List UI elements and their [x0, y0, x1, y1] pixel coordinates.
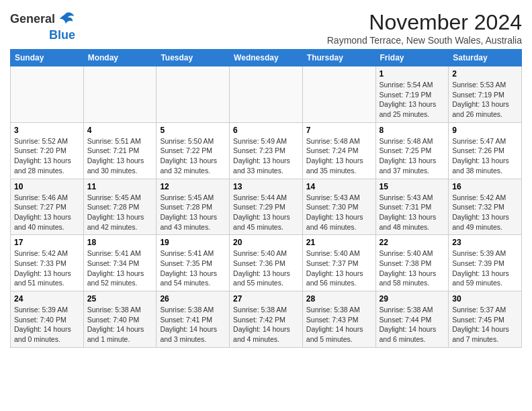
day-number: 16 [452, 182, 518, 191]
empty-cell [230, 66, 303, 123]
day-number: 8 [380, 126, 445, 135]
day-cell-23: 23Sunrise: 5:39 AM Sunset: 7:39 PM Dayli… [449, 235, 522, 291]
day-number: 5 [160, 126, 226, 135]
day-cell-8: 8Sunrise: 5:48 AM Sunset: 7:25 PM Daylig… [375, 122, 449, 179]
weekday-header-friday: Friday [375, 50, 449, 66]
day-detail: Sunrise: 5:53 AM Sunset: 7:19 PM Dayligh… [452, 81, 509, 118]
day-number: 21 [306, 238, 372, 247]
day-cell-16: 16Sunrise: 5:42 AM Sunset: 7:32 PM Dayli… [449, 179, 522, 235]
day-number: 14 [306, 182, 372, 191]
day-detail: Sunrise: 5:43 AM Sunset: 7:30 PM Dayligh… [306, 193, 363, 231]
day-cell-4: 4Sunrise: 5:51 AM Sunset: 7:21 PM Daylig… [83, 122, 157, 179]
day-detail: Sunrise: 5:38 AM Sunset: 7:43 PM Dayligh… [306, 306, 363, 343]
weekday-header-thursday: Thursday [302, 50, 375, 66]
day-detail: Sunrise: 5:44 AM Sunset: 7:29 PM Dayligh… [233, 193, 290, 231]
day-cell-20: 20Sunrise: 5:40 AM Sunset: 7:36 PM Dayli… [230, 235, 303, 291]
day-cell-13: 13Sunrise: 5:44 AM Sunset: 7:29 PM Dayli… [230, 179, 303, 235]
day-number: 24 [14, 294, 80, 304]
day-cell-24: 24Sunrise: 5:39 AM Sunset: 7:40 PM Dayli… [11, 291, 84, 348]
day-number: 30 [452, 294, 518, 304]
day-cell-18: 18Sunrise: 5:41 AM Sunset: 7:34 PM Dayli… [83, 235, 157, 291]
day-detail: Sunrise: 5:41 AM Sunset: 7:35 PM Dayligh… [160, 249, 217, 287]
empty-cell [83, 66, 157, 123]
title-block: November 2024 Raymond Terrace, New South… [327, 10, 522, 46]
day-number: 15 [380, 182, 445, 191]
day-cell-26: 26Sunrise: 5:38 AM Sunset: 7:41 PM Dayli… [157, 291, 230, 348]
day-detail: Sunrise: 5:39 AM Sunset: 7:40 PM Dayligh… [14, 306, 71, 343]
day-number: 10 [14, 182, 80, 191]
weekday-header-saturday: Saturday [449, 50, 522, 66]
day-number: 7 [306, 126, 372, 135]
day-detail: Sunrise: 5:45 AM Sunset: 7:28 PM Dayligh… [87, 193, 144, 231]
day-detail: Sunrise: 5:50 AM Sunset: 7:22 PM Dayligh… [160, 137, 217, 175]
day-cell-25: 25Sunrise: 5:38 AM Sunset: 7:40 PM Dayli… [83, 291, 157, 348]
day-number: 28 [306, 294, 372, 304]
day-cell-2: 2Sunrise: 5:53 AM Sunset: 7:19 PM Daylig… [449, 66, 522, 123]
weekday-header-row: SundayMondayTuesdayWednesdayThursdayFrid… [11, 50, 522, 66]
logo-blue: Blue [49, 29, 75, 42]
day-cell-10: 10Sunrise: 5:46 AM Sunset: 7:27 PM Dayli… [11, 179, 84, 235]
day-detail: Sunrise: 5:40 AM Sunset: 7:38 PM Dayligh… [380, 249, 437, 287]
day-number: 12 [160, 182, 226, 191]
day-detail: Sunrise: 5:38 AM Sunset: 7:42 PM Dayligh… [233, 306, 290, 343]
day-cell-15: 15Sunrise: 5:43 AM Sunset: 7:31 PM Dayli… [375, 179, 449, 235]
day-detail: Sunrise: 5:48 AM Sunset: 7:24 PM Dayligh… [306, 137, 363, 175]
day-cell-19: 19Sunrise: 5:41 AM Sunset: 7:35 PM Dayli… [157, 235, 230, 291]
day-detail: Sunrise: 5:38 AM Sunset: 7:41 PM Dayligh… [160, 306, 217, 343]
day-detail: Sunrise: 5:41 AM Sunset: 7:34 PM Dayligh… [87, 249, 144, 287]
empty-cell [11, 66, 84, 123]
day-detail: Sunrise: 5:51 AM Sunset: 7:21 PM Dayligh… [87, 137, 144, 175]
day-number: 29 [380, 294, 445, 304]
logo-bird-icon [56, 10, 75, 29]
day-cell-12: 12Sunrise: 5:45 AM Sunset: 7:28 PM Dayli… [157, 179, 230, 235]
day-detail: Sunrise: 5:54 AM Sunset: 7:19 PM Dayligh… [380, 81, 437, 118]
logo-general: General [10, 12, 55, 26]
day-number: 4 [87, 126, 153, 135]
day-cell-3: 3Sunrise: 5:52 AM Sunset: 7:20 PM Daylig… [11, 122, 84, 179]
weekday-header-wednesday: Wednesday [230, 50, 303, 66]
day-detail: Sunrise: 5:39 AM Sunset: 7:39 PM Dayligh… [452, 249, 509, 287]
day-cell-7: 7Sunrise: 5:48 AM Sunset: 7:24 PM Daylig… [302, 122, 375, 179]
day-cell-6: 6Sunrise: 5:49 AM Sunset: 7:23 PM Daylig… [230, 122, 303, 179]
day-number: 26 [160, 294, 226, 304]
location-subtitle: Raymond Terrace, New South Wales, Austra… [327, 35, 522, 46]
day-cell-14: 14Sunrise: 5:43 AM Sunset: 7:30 PM Dayli… [302, 179, 375, 235]
day-number: 9 [452, 126, 518, 135]
weekday-header-sunday: Sunday [11, 50, 84, 66]
empty-cell [302, 66, 375, 123]
day-number: 1 [380, 69, 445, 79]
day-number: 11 [87, 182, 153, 191]
weekday-header-tuesday: Tuesday [157, 50, 230, 66]
week-row-1: 1Sunrise: 5:54 AM Sunset: 7:19 PM Daylig… [11, 66, 522, 123]
day-detail: Sunrise: 5:42 AM Sunset: 7:33 PM Dayligh… [14, 249, 71, 287]
day-detail: Sunrise: 5:38 AM Sunset: 7:44 PM Dayligh… [380, 306, 437, 343]
weekday-header-monday: Monday [83, 50, 157, 66]
day-detail: Sunrise: 5:38 AM Sunset: 7:40 PM Dayligh… [87, 306, 144, 343]
day-detail: Sunrise: 5:45 AM Sunset: 7:28 PM Dayligh… [160, 193, 217, 231]
day-detail: Sunrise: 5:40 AM Sunset: 7:36 PM Dayligh… [233, 249, 290, 287]
week-row-5: 24Sunrise: 5:39 AM Sunset: 7:40 PM Dayli… [11, 291, 522, 348]
day-detail: Sunrise: 5:49 AM Sunset: 7:23 PM Dayligh… [233, 137, 290, 175]
day-detail: Sunrise: 5:37 AM Sunset: 7:45 PM Dayligh… [452, 306, 509, 343]
day-number: 3 [14, 126, 80, 135]
day-cell-17: 17Sunrise: 5:42 AM Sunset: 7:33 PM Dayli… [11, 235, 84, 291]
day-number: 20 [233, 238, 299, 247]
day-cell-28: 28Sunrise: 5:38 AM Sunset: 7:43 PM Dayli… [302, 291, 375, 348]
day-cell-22: 22Sunrise: 5:40 AM Sunset: 7:38 PM Dayli… [375, 235, 449, 291]
day-cell-27: 27Sunrise: 5:38 AM Sunset: 7:42 PM Dayli… [230, 291, 303, 348]
day-cell-11: 11Sunrise: 5:45 AM Sunset: 7:28 PM Dayli… [83, 179, 157, 235]
day-detail: Sunrise: 5:42 AM Sunset: 7:32 PM Dayligh… [452, 193, 509, 231]
day-detail: Sunrise: 5:43 AM Sunset: 7:31 PM Dayligh… [380, 193, 437, 231]
day-detail: Sunrise: 5:46 AM Sunset: 7:27 PM Dayligh… [14, 193, 71, 231]
day-number: 6 [233, 126, 299, 135]
week-row-3: 10Sunrise: 5:46 AM Sunset: 7:27 PM Dayli… [11, 179, 522, 235]
day-cell-30: 30Sunrise: 5:37 AM Sunset: 7:45 PM Dayli… [449, 291, 522, 348]
day-number: 22 [380, 238, 445, 247]
day-number: 19 [160, 238, 226, 247]
logo: General Blue [10, 10, 75, 42]
empty-cell [157, 66, 230, 123]
day-number: 2 [452, 69, 518, 79]
day-detail: Sunrise: 5:40 AM Sunset: 7:37 PM Dayligh… [306, 249, 363, 287]
week-row-4: 17Sunrise: 5:42 AM Sunset: 7:33 PM Dayli… [11, 235, 522, 291]
day-cell-29: 29Sunrise: 5:38 AM Sunset: 7:44 PM Dayli… [375, 291, 449, 348]
